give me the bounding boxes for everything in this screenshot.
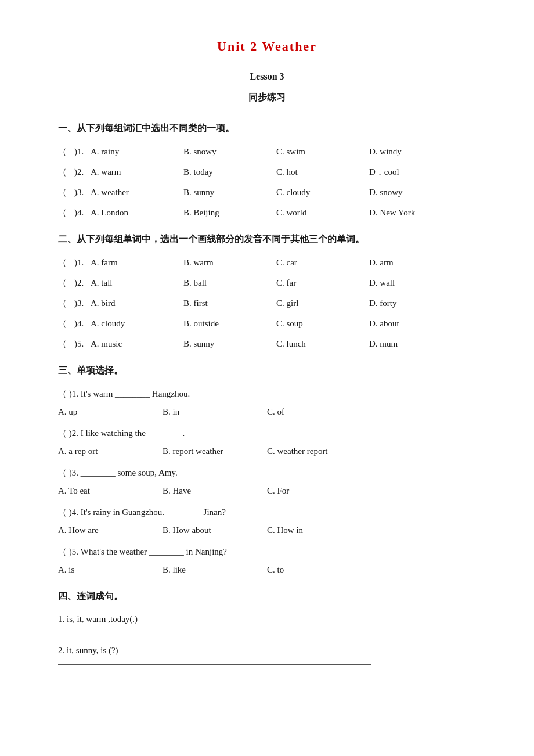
item-text: it, sunny, is (?) — [67, 646, 118, 655]
item-text: is, it, warm ,today(.) — [67, 614, 138, 624]
option-2: C. to — [267, 562, 371, 578]
question-row: （ )3. ________ some soup, Amy. — [58, 465, 476, 481]
choices: A. music B. sunny C. lunch D. mum — [91, 336, 476, 352]
choice-a: A. weather — [91, 185, 183, 200]
item-number: )2. — [74, 275, 91, 291]
choices: A. rainy B. snowy C. swim D. windy — [91, 144, 476, 160]
item-number: )3. — [74, 185, 91, 200]
option-0: A. up — [58, 404, 163, 420]
choice-c: C. soup — [276, 316, 369, 332]
list-item: （ )3. A. bird B. first C. girl D. forty — [58, 296, 476, 311]
item-number: 1. — [58, 614, 67, 624]
list-item: （ )4. A. cloudy B. outside C. soup D. ab… — [58, 316, 476, 332]
section3-items: （ )1. It's warm ________ Hangzhou. A. up… — [58, 386, 476, 578]
sentence-item: 2. it, sunny, is (?) — [58, 643, 476, 658]
list-item: （ )3. ________ some soup, Amy. A. To eat… — [58, 465, 476, 499]
list-item: （ )5. A. music B. sunny C. lunch D. mum — [58, 336, 476, 352]
option-1: B. in — [163, 404, 267, 420]
section4-title: 四、连词成句。 — [58, 588, 476, 605]
list-item: （ )4. A. London B. Beijing C. world D. N… — [58, 205, 476, 221]
choice-c: C. hot — [276, 164, 369, 180]
choice-c: C. world — [276, 205, 369, 221]
options-row: A. isB. likeC. to — [58, 562, 476, 578]
paren: （ — [58, 296, 74, 311]
question-text: I like watching the ________. — [81, 429, 185, 438]
choice-d: D. mum — [369, 336, 462, 352]
question-text: What's the weather ________ in Nanjing? — [81, 547, 227, 556]
options-row: A. How areB. How aboutC. How in — [58, 523, 476, 538]
choice-b: B. first — [183, 296, 276, 311]
paren: （ — [58, 316, 74, 332]
choice-a: A. London — [91, 205, 183, 221]
choice-a: A. cloudy — [91, 316, 183, 332]
item-number: )2. — [74, 164, 91, 180]
choice-d: D. wall — [369, 275, 462, 291]
choice-c: C. car — [276, 255, 369, 271]
choice-b: B. sunny — [183, 336, 276, 352]
paren: （ — [58, 255, 74, 271]
item-number: )4. — [74, 205, 91, 221]
choice-b: B. sunny — [183, 185, 276, 200]
choices: A. bird B. first C. girl D. forty — [91, 296, 476, 311]
page-title: Unit 2 Weather — [58, 35, 476, 58]
paren: （ — [58, 275, 74, 291]
paren: （ — [58, 164, 74, 180]
choice-a: A. tall — [91, 275, 183, 291]
section2-items: （ )1. A. farm B. warm C. car D. arm （ )2… — [58, 255, 476, 352]
section1-items: （ )1. A. rainy B. snowy C. swim D. windy… — [58, 144, 476, 221]
choice-d: D. forty — [369, 296, 462, 311]
section1-title: 一、从下列每组词汇中选出不同类的一项。 — [58, 120, 476, 137]
list-item: 1. is, it, warm ,today(.) — [58, 611, 476, 633]
option-2: C. For — [267, 483, 371, 499]
paren: （ — [58, 507, 67, 517]
answer-line — [58, 664, 371, 665]
list-item: （ )1. A. rainy B. snowy C. swim D. windy — [58, 144, 476, 160]
list-item: （ )1. It's warm ________ Hangzhou. A. up… — [58, 386, 476, 420]
paren: （ — [58, 144, 74, 160]
item-number: )3. — [74, 296, 91, 311]
choice-a: A. bird — [91, 296, 183, 311]
item-number: )5. — [74, 336, 91, 352]
section4-items: 1. is, it, warm ,today(.) 2. it, sunny, … — [58, 611, 476, 665]
options-row: A. To eatB. HaveC. For — [58, 483, 476, 499]
choice-d: D. New York — [369, 205, 462, 221]
choices: A. London B. Beijing C. world D. New Yor… — [91, 205, 476, 221]
question-row: （ )5. What's the weather ________ in Nan… — [58, 544, 476, 560]
list-item: （ )4. It's rainy in Guangzhou. ________ … — [58, 505, 476, 538]
choice-d: D．cool — [369, 164, 462, 180]
answer-line — [58, 633, 371, 633]
paren: （ — [58, 336, 74, 352]
choice-d: D. windy — [369, 144, 462, 160]
choices: A. weather B. sunny C. cloudy D. snowy — [91, 185, 476, 200]
choice-c: C. girl — [276, 296, 369, 311]
option-1: B. How about — [163, 523, 267, 538]
choice-c: C. swim — [276, 144, 369, 160]
question-text: It's rainy in Guangzhou. ________ Jinan? — [81, 507, 226, 517]
paren: （ — [58, 205, 74, 221]
item-number: )4. — [69, 507, 78, 517]
choice-d: D. snowy — [369, 185, 462, 200]
section3-title: 三、单项选择。 — [58, 362, 476, 379]
item-number: )5. — [69, 547, 78, 556]
choices: A. farm B. warm C. car D. arm — [91, 255, 476, 271]
choice-b: B. Beijing — [183, 205, 276, 221]
option-0: A. is — [58, 562, 163, 578]
option-1: B. like — [163, 562, 267, 578]
question-text: It's warm ________ Hangzhou. — [81, 389, 190, 398]
item-number: 2. — [58, 646, 67, 655]
option-0: A. How are — [58, 523, 163, 538]
options-row: A. a rep ortB. report weatherC. weather … — [58, 444, 476, 459]
choice-d: D. about — [369, 316, 462, 332]
section2-title: 二、从下列每组单词中，选出一个画线部分的发音不同于其他三个的单词。 — [58, 231, 476, 248]
paren: （ — [58, 547, 67, 556]
option-0: A. a rep ort — [58, 444, 163, 459]
choice-c: C. far — [276, 275, 369, 291]
item-number: )1. — [74, 144, 91, 160]
list-item: （ )2. I like watching the ________. A. a… — [58, 426, 476, 459]
choices: A. tall B. ball C. far D. wall — [91, 275, 476, 291]
list-item: （ )5. What's the weather ________ in Nan… — [58, 544, 476, 578]
choice-b: B. snowy — [183, 144, 276, 160]
option-2: C. How in — [267, 523, 371, 538]
sentence-item: 1. is, it, warm ,today(.) — [58, 611, 476, 627]
question-row: （ )2. I like watching the ________. — [58, 426, 476, 441]
